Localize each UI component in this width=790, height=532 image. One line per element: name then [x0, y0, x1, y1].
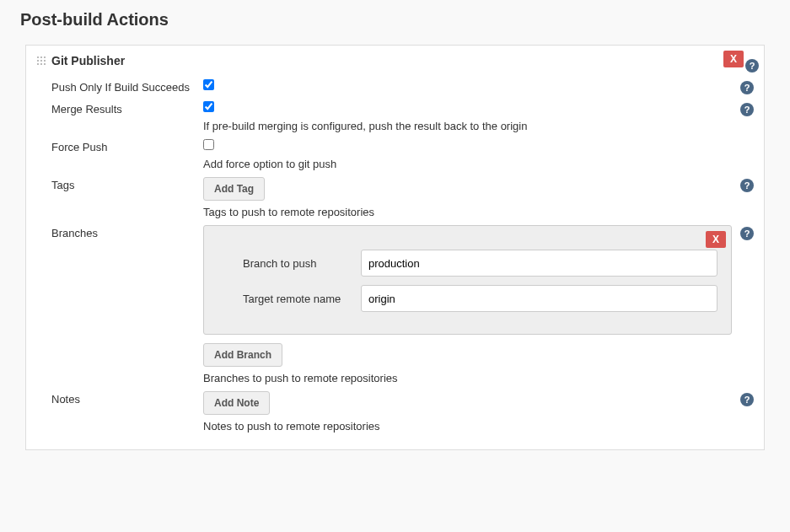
push-only-label: Push Only If Build Succeeds: [51, 79, 203, 94]
drag-handle-icon[interactable]: [36, 56, 46, 66]
target-remote-label: Target remote name: [243, 293, 361, 305]
push-only-checkbox[interactable]: [203, 79, 214, 90]
add-tag-button[interactable]: Add Tag: [203, 177, 265, 201]
tags-label: Tags: [51, 177, 203, 191]
section-title: Git Publisher: [51, 54, 125, 67]
section-close-button[interactable]: X: [723, 51, 744, 67]
add-branch-button[interactable]: Add Branch: [203, 343, 282, 367]
branches-desc: Branches to push to remote repositories: [203, 372, 732, 384]
merge-results-label: Merge Results: [51, 101, 203, 116]
force-push-checkbox[interactable]: [203, 139, 214, 150]
add-note-button[interactable]: Add Note: [203, 391, 270, 415]
target-remote-input[interactable]: [361, 285, 717, 312]
branch-subpanel: X Branch to push Target remote name: [203, 225, 732, 335]
merge-results-checkbox[interactable]: [203, 101, 214, 112]
merge-results-desc: If pre-build merging is configured, push…: [203, 120, 732, 132]
help-icon[interactable]: ?: [740, 81, 754, 94]
help-icon[interactable]: ?: [740, 103, 754, 116]
page-title: Post-build Actions: [20, 10, 770, 30]
notes-label: Notes: [51, 391, 203, 406]
branch-to-push-input[interactable]: [361, 250, 717, 277]
help-icon[interactable]: ?: [740, 227, 754, 240]
force-push-label: Force Push: [51, 139, 203, 153]
branch-to-push-label: Branch to push: [243, 257, 361, 270]
notes-desc: Notes to push to remote repositories: [203, 420, 732, 433]
help-icon[interactable]: ?: [740, 179, 754, 192]
branch-close-button[interactable]: X: [706, 231, 726, 248]
git-publisher-section: X ? Git Publisher Push Only If Build Suc…: [25, 45, 765, 450]
tags-desc: Tags to push to remote repositories: [203, 206, 732, 218]
help-icon[interactable]: ?: [745, 59, 759, 73]
help-icon[interactable]: ?: [740, 393, 754, 406]
force-push-desc: Add force option to git push: [203, 158, 732, 170]
branches-label: Branches: [51, 225, 203, 239]
